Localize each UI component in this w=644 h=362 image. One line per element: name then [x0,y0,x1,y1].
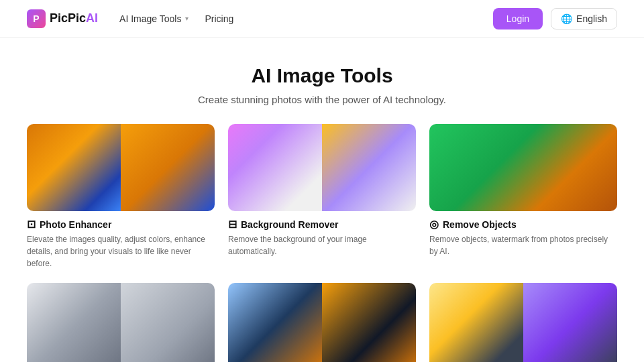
card-image-left [228,124,322,211]
nav-item-tools[interactable]: AI Image Tools ▾ [119,13,189,24]
card-image-left [27,283,121,362]
card-image [429,283,617,362]
logo[interactable]: P PicPicAI [27,9,98,28]
tool-card-photo-enhancer[interactable]: ⊡ Photo Enhancer Elevate the images qual… [27,124,215,269]
card-icon: ⊟ [228,218,237,231]
card-image-right [322,124,416,211]
page-subtitle: Create stunning photos with the power of… [13,94,631,105]
card-image-full [429,124,617,211]
tool-card-remove-objects[interactable]: ◎ Remove Objects Remove objects, waterma… [429,124,617,269]
card-icon: ◎ [429,218,439,231]
card-image [228,124,416,211]
card-image-right [121,283,215,362]
tools-grid-container: ⊡ Photo Enhancer Elevate the images qual… [0,124,644,362]
tool-card-hairstyles-girls[interactable]: 🔥 HairStyles For Girls Try new hairstyle… [429,283,617,362]
logo-text: PicPicAI [50,11,98,25]
tools-grid: ⊡ Photo Enhancer Elevate the images qual… [27,124,617,362]
card-title: ⊟ Background Remover [228,218,416,231]
card-image-right [523,283,617,362]
nav-right: Login 🌐 English [493,8,617,29]
logo-icon: P [27,9,46,28]
globe-icon: 🌐 [561,13,572,24]
hero-section: AI Image Tools Create stunning photos wi… [0,38,644,124]
tool-card-hairstyles-men[interactable]: 🔥 Hairstyles For Men Try the best hairst… [228,283,416,362]
card-icon: ⊡ [27,218,36,231]
navbar: P PicPicAI AI Image Tools ▾ Pricing Logi… [0,0,644,38]
card-image-left [228,283,322,362]
login-button[interactable]: Login [493,8,543,29]
language-button[interactable]: 🌐 English [551,8,617,29]
card-image-left [429,283,523,362]
card-title: ⊡ Photo Enhancer [27,218,215,231]
card-desc: Remove objects, watermark from photos pr… [429,233,617,257]
card-desc: Elevate the images quality, adjust color… [27,233,215,269]
tool-card-background-remover[interactable]: ⊟ Background Remover Remove the backgrou… [228,124,416,269]
nav-left: P PicPicAI AI Image Tools ▾ Pricing [27,9,233,28]
card-image-left [27,124,121,211]
tool-card-hairstyles-women[interactable]: 🔥 HairStyles For Women Try new hairstyle… [27,283,215,362]
card-image [228,283,416,362]
chevron-down-icon: ▾ [185,15,189,22]
card-desc: Remove the background of your image auto… [228,233,416,257]
nav-menu: AI Image Tools ▾ Pricing [119,13,233,24]
card-title: ◎ Remove Objects [429,218,617,231]
card-image-right [121,124,215,211]
page-title: AI Image Tools [13,64,631,87]
nav-item-pricing[interactable]: Pricing [205,13,233,24]
card-image-right [322,283,416,362]
card-image [27,124,215,211]
card-image [429,124,617,211]
card-image [27,283,215,362]
